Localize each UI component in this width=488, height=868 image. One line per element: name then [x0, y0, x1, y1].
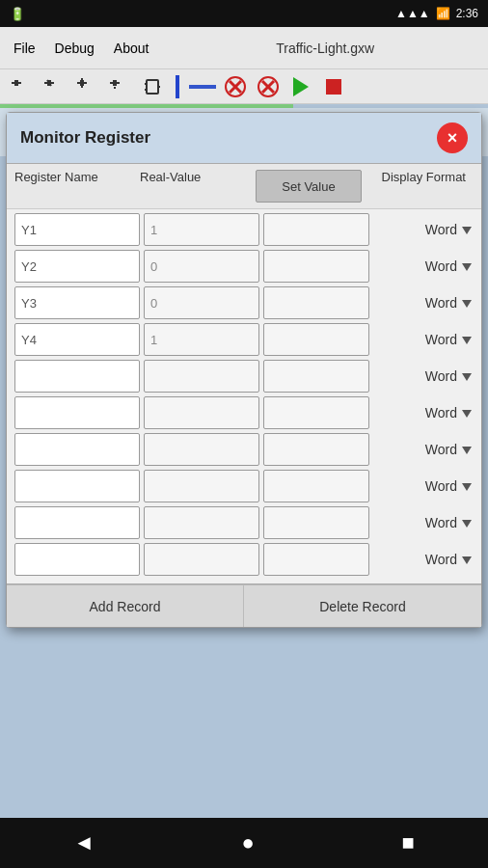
- col-real-value: Real-Value: [140, 170, 256, 203]
- table-row: Word: [14, 433, 474, 466]
- stop-x-icon[interactable]: [222, 73, 249, 100]
- display-format-label: Word: [425, 368, 457, 384]
- display-format-label: Word: [425, 552, 457, 567]
- ladder-contact-icon[interactable]: [8, 73, 35, 100]
- back-button[interactable]: ◄: [73, 830, 95, 855]
- display-format-cell[interactable]: Word: [373, 442, 474, 457]
- dropdown-arrow-icon: [462, 295, 472, 311]
- svg-marker-35: [462, 410, 472, 418]
- time-display: 2:36: [456, 7, 478, 20]
- display-format-cell[interactable]: Word: [373, 368, 474, 384]
- register-name-input[interactable]: [14, 506, 140, 539]
- display-format-label: Word: [425, 515, 457, 530]
- menu-about[interactable]: About: [108, 39, 155, 58]
- svg-marker-32: [462, 300, 472, 308]
- display-format-cell[interactable]: Word: [373, 515, 474, 530]
- display-format-cell[interactable]: Word: [373, 332, 474, 347]
- stop-button[interactable]: [320, 73, 347, 100]
- add-record-button[interactable]: Add Record: [7, 584, 244, 627]
- dropdown-arrow-icon: [462, 332, 472, 347]
- display-format-cell[interactable]: Word: [373, 478, 474, 494]
- table-header: Register Name Real-Value Set Value Displ…: [7, 164, 481, 209]
- svg-marker-30: [462, 227, 472, 234]
- col-display-format: Display Format: [362, 170, 474, 203]
- wifi-icon: 📶: [436, 7, 450, 20]
- table-row: Word: [14, 360, 474, 393]
- dropdown-arrow-icon: [462, 258, 472, 274]
- display-format-cell[interactable]: Word: [373, 222, 474, 237]
- table-row: Word: [14, 213, 474, 246]
- battery-icon: 🔋: [10, 7, 25, 21]
- svg-marker-31: [462, 263, 472, 271]
- menu-file[interactable]: File: [8, 39, 41, 58]
- delete-record-button[interactable]: Delete Record: [244, 584, 481, 627]
- table-row: Word: [14, 506, 474, 539]
- ladder-contact2-icon[interactable]: [41, 73, 68, 100]
- set-value-input[interactable]: [263, 286, 369, 319]
- display-format-label: Word: [425, 295, 457, 311]
- menu-debug[interactable]: Debug: [49, 39, 100, 58]
- register-name-input[interactable]: [14, 433, 140, 466]
- register-name-input[interactable]: [14, 250, 140, 283]
- real-value-input: [144, 396, 259, 429]
- dialog-header: Monitor Register ×: [7, 113, 481, 164]
- home-button[interactable]: ●: [242, 830, 255, 855]
- real-value-input: [144, 323, 259, 356]
- set-value-input[interactable]: [263, 360, 369, 393]
- recent-button[interactable]: ■: [401, 830, 414, 855]
- register-name-input[interactable]: [14, 543, 140, 576]
- monitor-register-dialog: Monitor Register × Register Name Real-Va…: [6, 112, 482, 628]
- app-title: Traffic-Light.gxw: [170, 41, 480, 56]
- display-format-label: Word: [425, 478, 457, 494]
- ladder-coil-icon[interactable]: [106, 73, 133, 100]
- menu-bar: File Debug About: [8, 39, 154, 58]
- toolbar-divider: [176, 75, 179, 98]
- table-row: Word: [14, 470, 474, 502]
- run-line-icon: [189, 73, 216, 100]
- real-value-input: [144, 543, 259, 576]
- action-buttons: Add Record Delete Record: [7, 583, 481, 627]
- display-format-cell[interactable]: Word: [373, 552, 474, 567]
- dropdown-arrow-icon: [462, 405, 472, 420]
- close-button[interactable]: ×: [437, 122, 468, 153]
- register-name-input[interactable]: [14, 323, 140, 356]
- display-format-label: Word: [425, 332, 457, 347]
- ladder-contact3-icon[interactable]: [73, 73, 100, 100]
- function-block-icon[interactable]: [139, 73, 166, 100]
- set-value-input[interactable]: [263, 250, 369, 283]
- svg-marker-37: [462, 483, 472, 491]
- status-right: ▲▲▲ 📶 2:36: [395, 7, 478, 20]
- set-value-input[interactable]: [263, 543, 369, 576]
- svg-marker-36: [462, 447, 472, 454]
- real-value-input: [144, 433, 259, 466]
- real-value-input: [144, 213, 259, 246]
- display-format-cell[interactable]: Word: [373, 295, 474, 311]
- display-format-cell[interactable]: Word: [373, 258, 474, 274]
- bottom-nav: ◄ ● ■: [0, 818, 488, 868]
- signal-icon: ▲▲▲: [395, 7, 430, 20]
- status-left: 🔋: [10, 7, 25, 21]
- set-value-input[interactable]: [263, 470, 369, 502]
- set-value-input[interactable]: [263, 396, 369, 429]
- real-value-input: [144, 250, 259, 283]
- play-button[interactable]: [287, 73, 314, 100]
- dropdown-arrow-icon: [462, 442, 472, 457]
- table-row: Word: [14, 396, 474, 429]
- real-value-input: [144, 286, 259, 319]
- register-name-input[interactable]: [14, 360, 140, 393]
- register-name-input[interactable]: [14, 470, 140, 502]
- error-x-icon[interactable]: [255, 73, 282, 100]
- set-value-input[interactable]: [263, 323, 369, 356]
- register-name-input[interactable]: [14, 213, 140, 246]
- display-format-cell[interactable]: Word: [373, 405, 474, 420]
- set-value-input[interactable]: [263, 433, 369, 466]
- register-name-input[interactable]: [14, 286, 140, 319]
- display-format-label: Word: [425, 258, 457, 274]
- register-name-input[interactable]: [14, 396, 140, 429]
- svg-marker-33: [462, 337, 472, 344]
- dropdown-arrow-icon: [462, 515, 472, 530]
- svg-rect-19: [147, 80, 158, 94]
- set-value-input[interactable]: [263, 506, 369, 539]
- col-set-value: Set Value: [256, 170, 362, 203]
- set-value-input[interactable]: [263, 213, 369, 246]
